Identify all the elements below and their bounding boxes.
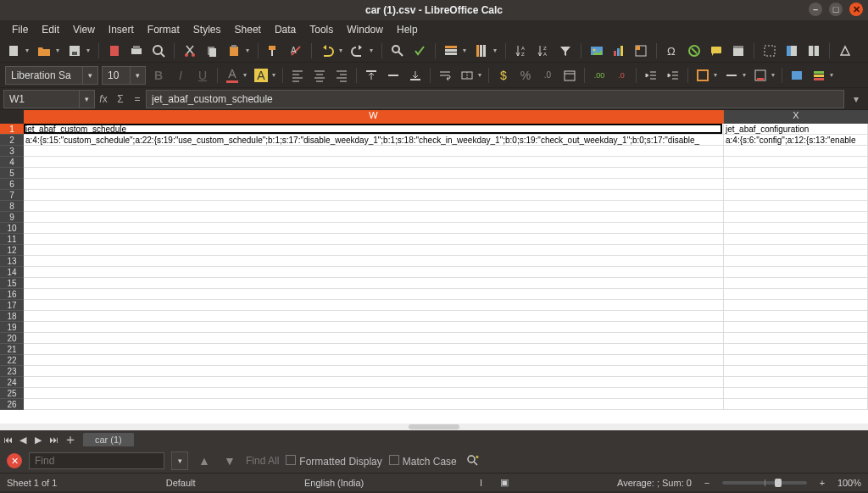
print-icon[interactable] bbox=[128, 42, 145, 59]
cell[interactable] bbox=[724, 256, 868, 267]
row-header[interactable]: 1 bbox=[0, 124, 24, 135]
redo-dropdown[interactable]: ▾ bbox=[368, 42, 375, 59]
row-header[interactable]: 8 bbox=[0, 201, 24, 212]
merge-cells-icon[interactable] bbox=[458, 66, 476, 85]
window-close-button[interactable]: ✕ bbox=[849, 3, 863, 16]
tab-first-icon[interactable]: ⏮ bbox=[0, 435, 15, 445]
column-header-x[interactable]: X bbox=[724, 110, 868, 124]
row-header[interactable]: 15 bbox=[0, 278, 24, 289]
font-name-combo[interactable]: Liberation Sa ▾ bbox=[5, 66, 98, 85]
window-minimize-button[interactable]: – bbox=[809, 3, 822, 16]
number-format-icon[interactable]: .0 bbox=[538, 66, 557, 85]
align-center-icon[interactable] bbox=[310, 66, 329, 85]
cell[interactable] bbox=[724, 388, 868, 399]
cell[interactable] bbox=[24, 366, 724, 377]
cell[interactable] bbox=[724, 300, 868, 311]
paste-icon[interactable] bbox=[225, 42, 242, 59]
row-header[interactable]: 17 bbox=[0, 300, 24, 311]
menu-tools[interactable]: Tools bbox=[303, 22, 340, 37]
row-header[interactable]: 14 bbox=[0, 267, 24, 278]
cell[interactable] bbox=[24, 267, 724, 278]
underline-button[interactable]: U bbox=[193, 66, 212, 85]
find-prev-icon[interactable]: ▲ bbox=[195, 451, 214, 470]
cell[interactable] bbox=[724, 245, 868, 256]
row-header[interactable]: 4 bbox=[0, 157, 24, 168]
spreadsheet-grid[interactable]: W X 1jet_abaf_custom_schedulejet_abaf_co… bbox=[0, 110, 868, 424]
cell[interactable] bbox=[24, 399, 724, 410]
cell[interactable] bbox=[24, 256, 724, 267]
comment-icon[interactable] bbox=[708, 42, 725, 59]
row-header[interactable]: 12 bbox=[0, 245, 24, 256]
cell[interactable] bbox=[24, 168, 724, 179]
cell[interactable] bbox=[724, 322, 868, 333]
save-dropdown[interactable]: ▾ bbox=[85, 42, 92, 59]
horizontal-scrollbar[interactable] bbox=[0, 424, 868, 430]
cell[interactable]: a:4:{s:6:"config";a:12:{s:13:"enable bbox=[724, 135, 868, 146]
clear-formatting-icon[interactable]: A bbox=[287, 42, 304, 59]
row-header[interactable]: 3 bbox=[0, 146, 24, 157]
border-style-dropdown[interactable]: ▾ bbox=[741, 67, 748, 84]
row-header[interactable]: 7 bbox=[0, 190, 24, 201]
conditional-dropdown[interactable]: ▾ bbox=[828, 67, 835, 84]
column-header-w[interactable]: W bbox=[24, 110, 724, 124]
match-case-checkbox[interactable]: Match Case bbox=[389, 455, 457, 468]
cell[interactable] bbox=[24, 289, 724, 300]
cell[interactable] bbox=[724, 399, 868, 410]
formatted-display-checkbox[interactable]: Formatted Display bbox=[286, 455, 381, 468]
add-sheet-button[interactable]: ＋ bbox=[61, 431, 80, 449]
highlight-dropdown[interactable]: ▾ bbox=[270, 67, 277, 84]
cell[interactable] bbox=[724, 223, 868, 234]
formula-expand-icon[interactable]: ▾ bbox=[848, 93, 865, 105]
row-header[interactable]: 22 bbox=[0, 355, 24, 366]
open-icon[interactable] bbox=[36, 42, 53, 59]
menu-view[interactable]: View bbox=[66, 22, 102, 37]
currency-icon[interactable]: $ bbox=[494, 66, 513, 85]
cell[interactable] bbox=[724, 157, 868, 168]
merge-dropdown[interactable]: ▾ bbox=[476, 67, 483, 84]
language-label[interactable]: English (India) bbox=[304, 478, 364, 488]
increase-indent-icon[interactable] bbox=[664, 66, 682, 85]
border-color-icon[interactable] bbox=[751, 66, 770, 85]
open-dropdown[interactable]: ▾ bbox=[54, 42, 61, 59]
new-dropdown[interactable]: ▾ bbox=[24, 42, 31, 59]
cut-icon[interactable] bbox=[181, 42, 198, 59]
cell[interactable] bbox=[24, 322, 724, 333]
image-icon[interactable] bbox=[588, 42, 605, 59]
column-dropdown[interactable]: ▾ bbox=[492, 42, 498, 59]
select-all-corner[interactable] bbox=[0, 110, 24, 124]
row-header[interactable]: 20 bbox=[0, 333, 24, 344]
chevron-down-icon[interactable]: ▾ bbox=[82, 67, 97, 84]
cell[interactable] bbox=[724, 344, 868, 355]
cell[interactable] bbox=[24, 245, 724, 256]
border-color-dropdown[interactable]: ▾ bbox=[770, 67, 776, 84]
row-header[interactable]: 16 bbox=[0, 289, 24, 300]
cell[interactable] bbox=[724, 212, 868, 223]
wrap-text-icon[interactable] bbox=[436, 66, 454, 85]
spellcheck-icon[interactable] bbox=[411, 42, 428, 59]
row-header[interactable]: 10 bbox=[0, 223, 24, 234]
remove-decimal-icon[interactable]: .0 bbox=[612, 66, 631, 85]
cell[interactable] bbox=[724, 278, 868, 289]
redo-icon[interactable] bbox=[349, 42, 366, 59]
font-color-dropdown[interactable]: ▾ bbox=[242, 67, 248, 84]
cell[interactable] bbox=[24, 278, 724, 289]
cell[interactable] bbox=[24, 388, 724, 399]
row-header[interactable]: 26 bbox=[0, 399, 24, 410]
font-color-button[interactable]: A bbox=[223, 66, 242, 85]
cell[interactable]: a:4:{s:15:"custom_schedule";a:22:{s:19:"… bbox=[24, 135, 724, 146]
autoformat-icon[interactable] bbox=[787, 66, 806, 85]
function-wizard-icon[interactable]: fx bbox=[95, 93, 112, 105]
cell[interactable] bbox=[724, 333, 868, 344]
find-history-dropdown[interactable]: ▾ bbox=[171, 451, 188, 470]
cell[interactable] bbox=[24, 212, 724, 223]
tab-next-icon[interactable]: ▶ bbox=[31, 435, 46, 446]
cell-summary-label[interactable]: Average: ; Sum: 0 bbox=[617, 478, 692, 488]
find-replace-icon[interactable] bbox=[389, 42, 406, 59]
bold-button[interactable]: B bbox=[149, 66, 168, 85]
menu-sheet[interactable]: Sheet bbox=[228, 22, 268, 37]
menu-format[interactable]: Format bbox=[141, 22, 186, 37]
conditional-format-icon[interactable] bbox=[810, 66, 828, 85]
menu-help[interactable]: Help bbox=[390, 22, 425, 37]
hyperlink-icon[interactable] bbox=[686, 42, 703, 59]
decrease-indent-icon[interactable] bbox=[642, 66, 660, 85]
